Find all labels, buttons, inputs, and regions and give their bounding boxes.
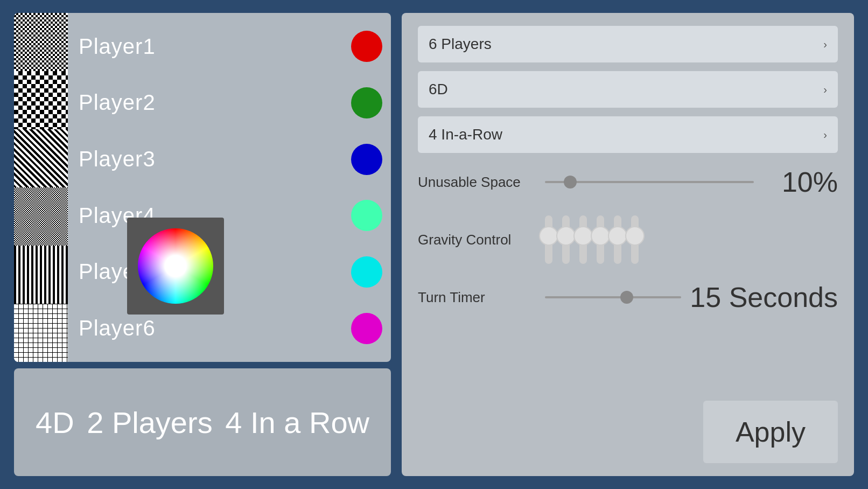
player2-color-circle[interactable]	[351, 87, 382, 118]
gravity-track-4	[597, 215, 604, 264]
players-section: Player1 Player2 Player3 Player4 Player5 …	[14, 13, 391, 362]
gamemode-dropdown[interactable]: 4 In-a-Row ›	[418, 116, 838, 153]
player6-name: Player6	[79, 316, 332, 340]
players-dropdown[interactable]: 6 Players ›	[418, 26, 838, 62]
gravity-control-label: Gravity Control	[418, 232, 536, 248]
gamemode-dropdown-arrow: ›	[823, 129, 827, 141]
bottom-section: 4D 2 Players 4 In a Row	[14, 368, 391, 476]
gravity-slider-5[interactable]	[614, 215, 621, 264]
gravity-slider-1[interactable]	[545, 215, 552, 264]
players-dropdown-arrow: ›	[823, 38, 827, 51]
dimension-label: 4D	[36, 405, 74, 440]
unusable-space-thumb[interactable]	[564, 176, 577, 188]
gravity-slider-2[interactable]	[562, 215, 570, 264]
gravity-thumb-4[interactable]	[591, 226, 610, 246]
gravity-slider-3[interactable]	[579, 215, 587, 264]
pattern-4	[14, 187, 68, 246]
unusable-space-row: Unusable Space 10%	[418, 162, 838, 202]
unusable-space-value: 10%	[762, 166, 838, 198]
gravity-track-1	[545, 215, 552, 264]
pattern-3	[14, 129, 68, 187]
color-wheel[interactable]	[138, 228, 213, 304]
right-panel: 6 Players › 6D › 4 In-a-Row › Unusable S…	[402, 13, 854, 476]
color-circles	[342, 13, 391, 362]
player5-color-circle[interactable]	[351, 256, 382, 288]
gravity-track-6	[631, 215, 639, 264]
apply-button[interactable]: Apply	[703, 401, 838, 463]
dimension-dropdown-arrow: ›	[823, 83, 827, 96]
gamemode-dropdown-value: 4 In-a-Row	[429, 126, 502, 143]
gravity-thumb-3[interactable]	[573, 226, 593, 246]
unusable-space-track	[545, 181, 754, 183]
color-picker-popup[interactable]	[127, 218, 224, 315]
gravity-slider-6[interactable]	[631, 215, 639, 264]
left-panel: Player1 Player2 Player3 Player4 Player5 …	[14, 13, 391, 476]
player4-color-circle[interactable]	[351, 200, 382, 231]
gravity-track-2	[562, 215, 570, 264]
dimension-dropdown[interactable]: 6D ›	[418, 71, 838, 108]
unusable-space-slider[interactable]	[545, 174, 754, 190]
gravity-slider-4[interactable]	[597, 215, 604, 264]
pattern-1	[14, 13, 68, 71]
players-dropdown-value: 6 Players	[429, 36, 492, 53]
gravity-track-3	[579, 215, 587, 264]
gravity-track-5	[614, 215, 621, 264]
player2-name: Player2	[79, 90, 332, 115]
dimension-dropdown-value: 6D	[429, 81, 448, 98]
player6-color-circle[interactable]	[351, 313, 382, 344]
turn-timer-thumb[interactable]	[620, 291, 633, 304]
player3-color-circle[interactable]	[351, 144, 382, 175]
pattern-5	[14, 246, 68, 304]
turn-timer-label: Turn Timer	[418, 289, 536, 306]
turn-timer-row: Turn Timer 15 Seconds	[418, 277, 838, 318]
player1-name: Player1	[79, 34, 332, 59]
gravity-sliders	[545, 215, 838, 264]
gravity-thumb-2[interactable]	[556, 226, 576, 246]
gravity-thumb-1[interactable]	[539, 226, 558, 246]
game-mode-label: 4 In a Row	[225, 405, 369, 440]
pattern-6	[14, 304, 68, 362]
player3-name: Player3	[79, 147, 332, 171]
turn-timer-value: 15 Seconds	[690, 281, 838, 313]
gravity-thumb-6[interactable]	[625, 226, 645, 246]
turn-timer-track	[545, 296, 681, 298]
turn-timer-slider[interactable]	[545, 289, 681, 305]
gravity-control-row: Gravity Control	[418, 211, 838, 268]
gravity-thumb-5[interactable]	[608, 226, 627, 246]
pattern-2	[14, 71, 68, 129]
unusable-space-label: Unusable Space	[418, 174, 536, 191]
player-count-label: 2 Players	[87, 405, 212, 440]
patterns-column	[14, 13, 68, 362]
player1-color-circle[interactable]	[351, 31, 382, 62]
